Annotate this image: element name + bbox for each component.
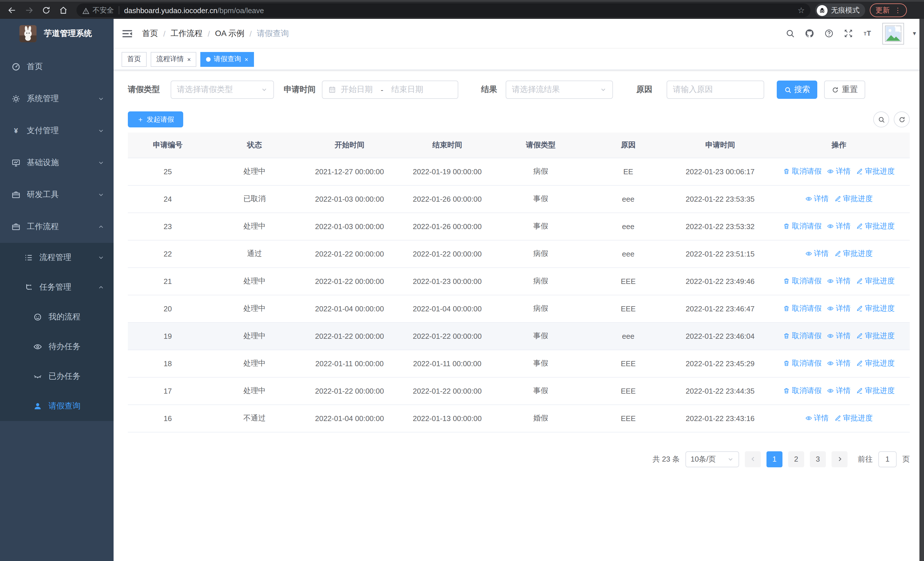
cancel-leave-link[interactable]: 取消请假: [783, 276, 822, 286]
cancel-leave-link[interactable]: 取消请假: [783, 331, 822, 341]
approval-progress-link[interactable]: 审批进度: [856, 221, 895, 232]
sidebar-item-devtools[interactable]: 研发工具: [0, 179, 114, 211]
eye-icon: [827, 223, 834, 230]
incognito-icon: [817, 5, 828, 16]
refresh-icon: [898, 116, 906, 123]
cell-actions: 取消请假详情审批进度: [768, 267, 910, 295]
page-number-2[interactable]: 2: [788, 451, 804, 467]
sidebar-item-process-mgmt[interactable]: 流程管理: [0, 243, 114, 272]
browser-menu-dots-icon[interactable]: ⋮: [894, 7, 901, 14]
help-icon[interactable]: [824, 29, 834, 38]
sidebar-item-infra[interactable]: 基础设施: [0, 147, 114, 179]
header-search-icon[interactable]: [786, 29, 795, 38]
detail-link[interactable]: 详情: [827, 358, 850, 368]
pen-icon: [834, 415, 841, 422]
tag-tab-other-1[interactable]: 流程详情×: [151, 52, 196, 66]
cell-reason: EEE: [584, 267, 672, 295]
tab-close-icon[interactable]: ×: [244, 56, 248, 63]
breadcrumb-home[interactable]: 首页: [142, 28, 158, 39]
approval-progress-link[interactable]: 审批进度: [834, 194, 873, 204]
address-bar[interactable]: 不安全 dashboard.yudao.iocoder.cn /bpm/oa/l…: [76, 3, 810, 17]
tag-tab-home[interactable]: 首页: [122, 52, 147, 66]
detail-link[interactable]: 详情: [805, 248, 829, 259]
chevron-down-icon: [98, 127, 105, 134]
browser-reload-icon[interactable]: [39, 3, 54, 18]
cancel-leave-link[interactable]: 取消请假: [783, 358, 822, 368]
detail-link[interactable]: 详情: [827, 166, 850, 176]
url-host: dashboard.yudao.iocoder.cn: [124, 6, 218, 15]
cell-id: 24: [128, 185, 207, 212]
sidebar-item-done-task[interactable]: 已办任务: [0, 362, 114, 391]
prev-page-button[interactable]: [745, 451, 761, 467]
page-number-1[interactable]: 1: [766, 451, 783, 467]
approval-progress-link[interactable]: 审批进度: [856, 303, 895, 314]
reset-button[interactable]: 重置: [824, 81, 865, 99]
sidebar-item-todo-task[interactable]: 待办任务: [0, 332, 114, 362]
main-area: 首页 / 工作流程 / OA 示例 / 请假查询 TT ▾: [114, 19, 924, 561]
avatar[interactable]: [883, 23, 904, 44]
cell-status: 处理中: [207, 158, 302, 185]
next-page-button[interactable]: [831, 451, 848, 467]
sidebar-item-home[interactable]: 首页: [0, 51, 114, 83]
page-number-3[interactable]: 3: [810, 451, 826, 467]
browser-update-button[interactable]: 更新 ⋮: [870, 3, 907, 17]
breadcrumb-workflow[interactable]: 工作流程: [171, 28, 202, 39]
page-size-select[interactable]: 10条/页: [686, 451, 739, 467]
fullscreen-icon[interactable]: [844, 29, 854, 38]
page-scrollbar[interactable]: [920, 19, 924, 561]
cancel-leave-link[interactable]: 取消请假: [783, 303, 822, 314]
sidebar-item-task-mgmt[interactable]: 任务管理: [0, 272, 114, 302]
sidebar-item-system[interactable]: 系统管理: [0, 83, 114, 115]
apply-time-range-picker[interactable]: 开始日期 - 结束日期: [322, 81, 458, 99]
approval-progress-link[interactable]: 审批进度: [834, 248, 873, 259]
cell-end: 2022-01-04 00:00:00: [398, 295, 497, 322]
cell-end: 2022-01-23 00:00:00: [398, 267, 497, 295]
sidebar: 芋道管理系统 首页系统管理¥支付管理基础设施研发工具工作流程流程管理任务管理我的…: [0, 19, 114, 561]
bookmark-star-icon[interactable]: ☆: [798, 6, 805, 14]
approval-progress-link[interactable]: 审批进度: [856, 276, 895, 286]
sidebar-item-payment[interactable]: ¥支付管理: [0, 115, 114, 147]
column-header: 状态: [207, 132, 302, 158]
detail-link[interactable]: 详情: [805, 413, 829, 423]
approval-progress-link[interactable]: 审批进度: [856, 331, 895, 341]
detail-link[interactable]: 详情: [827, 221, 850, 232]
reason-input[interactable]: 请输入原因: [667, 81, 764, 99]
detail-link[interactable]: 详情: [827, 303, 850, 314]
toggle-search-button[interactable]: [873, 111, 889, 127]
github-icon[interactable]: [805, 29, 815, 38]
result-select[interactable]: 请选择流结果: [506, 81, 613, 99]
browser-forward-icon[interactable]: [22, 3, 36, 18]
tag-tab-current[interactable]: 请假查询×: [201, 52, 254, 66]
breadcrumb-oa-example[interactable]: OA 示例: [215, 28, 244, 39]
approval-progress-link[interactable]: 审批进度: [856, 166, 895, 176]
browser-back-icon[interactable]: [4, 3, 20, 18]
approval-progress-link[interactable]: 审批进度: [856, 358, 895, 368]
approval-progress-link[interactable]: 审批进度: [856, 386, 895, 396]
refresh-table-button[interactable]: [894, 111, 910, 127]
sidebar-item-leave-query[interactable]: 请假查询: [0, 391, 114, 421]
detail-link[interactable]: 详情: [805, 194, 829, 204]
goto-page-input[interactable]: [878, 451, 897, 467]
cancel-leave-link[interactable]: 取消请假: [783, 166, 822, 176]
browser-home-icon[interactable]: [56, 3, 71, 18]
detail-link[interactable]: 详情: [827, 386, 850, 396]
font-size-icon[interactable]: TT: [863, 29, 873, 38]
chevron-down-icon: [98, 191, 105, 198]
leave-type-select[interactable]: 请选择请假类型: [171, 81, 274, 99]
search-button[interactable]: 搜索: [777, 81, 817, 99]
detail-link[interactable]: 详情: [827, 331, 850, 341]
table-header-row: 申请编号状态开始时间结束时间请假类型原因申请时间操作: [128, 132, 910, 158]
approval-progress-link[interactable]: 审批进度: [834, 413, 873, 423]
sidebar-collapse-icon[interactable]: [122, 28, 133, 39]
chevron-right-icon: [836, 456, 843, 462]
not-secure-warning-icon[interactable]: [82, 7, 90, 14]
cancel-leave-link[interactable]: 取消请假: [783, 386, 822, 396]
tab-close-icon[interactable]: ×: [187, 56, 191, 63]
create-leave-button[interactable]: ＋ 发起请假: [128, 111, 183, 127]
app-logo-row[interactable]: 芋道管理系统: [0, 19, 114, 48]
cancel-leave-link[interactable]: 取消请假: [783, 221, 822, 232]
sidebar-item-workflow[interactable]: 工作流程: [0, 211, 114, 243]
sidebar-item-my-process[interactable]: 我的流程: [0, 302, 114, 332]
avatar-caret-down-icon[interactable]: ▾: [913, 30, 916, 37]
detail-link[interactable]: 详情: [827, 276, 850, 286]
